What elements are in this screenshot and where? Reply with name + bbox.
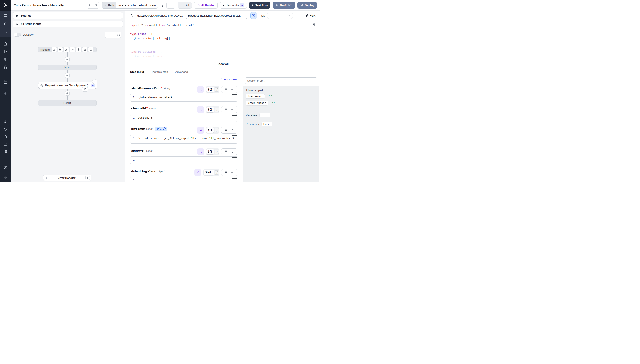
- approval-phone-icon[interactable]: [82, 87, 88, 92]
- zoom-in-button[interactable]: [105, 32, 110, 38]
- scheduled-poll-icon[interactable]: [88, 47, 93, 52]
- path-input[interactable]: [116, 2, 158, 8]
- favorites-star-icon[interactable]: [4, 21, 7, 25]
- add-item-icon[interactable]: [4, 92, 7, 95]
- tab-advanced[interactable]: Advanced: [173, 68, 190, 75]
- webhook-icon[interactable]: [52, 47, 56, 52]
- function-mode-button[interactable]: ƒ: [214, 170, 219, 174]
- windmill-logo-icon[interactable]: [0, 0, 10, 10]
- ai-robot-icon[interactable]: [4, 135, 7, 138]
- resources-chip[interactable]: {...}: [262, 122, 272, 126]
- draft-button[interactable]: Draft ⌘S: [272, 2, 295, 9]
- plug-icon[interactable]: [224, 88, 228, 91]
- add-error-handler-icon[interactable]: [85, 176, 90, 180]
- variables-icon[interactable]: [4, 57, 7, 61]
- help-icon[interactable]: [4, 166, 7, 169]
- function-mode-button[interactable]: ƒ: [214, 108, 219, 112]
- zoom-out-button[interactable]: [110, 32, 116, 38]
- tag-select[interactable]: [267, 12, 293, 19]
- editor-channelId[interactable]: 1 customers: [130, 114, 238, 122]
- function-mode-button[interactable]: ƒ: [214, 128, 219, 132]
- function-mode-button[interactable]: ƒ: [214, 88, 219, 92]
- kafka-icon[interactable]: [76, 47, 81, 52]
- expr-mode-button[interactable]: ${}: [206, 107, 214, 112]
- copy-code-icon[interactable]: [312, 23, 315, 26]
- editor-defaultArgsJson[interactable]: 1: [130, 177, 238, 182]
- ai-fill-button[interactable]: [197, 86, 204, 93]
- scrollbar-thumb[interactable]: [232, 178, 237, 178]
- plug-icon[interactable]: [224, 129, 228, 132]
- arrow-right-icon[interactable]: [231, 129, 234, 132]
- arrow-right-icon[interactable]: [231, 108, 234, 111]
- scrollbar-thumb[interactable]: [232, 94, 237, 96]
- function-mode-button[interactable]: ƒ: [214, 150, 219, 154]
- search-prop-input[interactable]: [245, 78, 318, 84]
- plug-icon[interactable]: [224, 150, 228, 153]
- dataflow-toggle[interactable]: [14, 32, 21, 36]
- test-flow-button[interactable]: Test flow: [249, 2, 270, 9]
- editor-slackResourcePath[interactable]: 1 u/alex/humorous_slack: [130, 94, 238, 102]
- all-static-inputs-button[interactable]: All Static Inputs: [13, 21, 123, 27]
- more-menu-icon[interactable]: [161, 4, 164, 7]
- ai-fill-button[interactable]: [197, 148, 204, 155]
- scrollbar-thumb[interactable]: [232, 157, 237, 158]
- expr-mode-button[interactable]: ${}: [206, 87, 214, 92]
- plug-icon[interactable]: [224, 171, 228, 174]
- http-route-icon[interactable]: [64, 47, 69, 52]
- email-icon[interactable]: [82, 47, 87, 52]
- fit-view-button[interactable]: [116, 32, 121, 38]
- fill-inputs-button[interactable]: Fill inputs: [220, 78, 238, 81]
- scrollbar-thumb[interactable]: [232, 135, 237, 136]
- deploy-button[interactable]: Deploy: [297, 2, 317, 9]
- result-node[interactable]: Result: [38, 100, 96, 106]
- hub-script-path[interactable]: hub/11500/slack/request_interactive...: [136, 14, 184, 17]
- fork-button[interactable]: Fork: [305, 14, 315, 17]
- error-handler-node[interactable]: Error Handler: [43, 175, 92, 181]
- redo-button[interactable]: [93, 2, 99, 8]
- arrow-right-icon[interactable]: [231, 150, 234, 153]
- path-label[interactable]: Path: [102, 2, 116, 8]
- search-icon[interactable]: [4, 29, 7, 33]
- scrollbar-thumb[interactable]: [232, 115, 237, 116]
- selected-step-node[interactable]: Request Interactive Slack Approval (... …: [38, 82, 97, 89]
- tab-step-input[interactable]: Step Input: [128, 68, 146, 75]
- docs-button[interactable]: [166, 2, 176, 9]
- arrow-right-icon[interactable]: [231, 88, 234, 91]
- resources-icon[interactable]: [4, 65, 7, 69]
- expand-sidebar-icon[interactable]: [4, 176, 7, 180]
- workspace-switcher-icon[interactable]: [4, 14, 7, 17]
- prop-key-chip[interactable]: User email: [246, 94, 265, 98]
- editor-message[interactable]: 1 Refund request by _${flow_input["User …: [130, 135, 238, 144]
- show-all-button[interactable]: Show all: [216, 62, 228, 66]
- flow-settings-button[interactable]: Settings: [13, 12, 123, 19]
- user-icon[interactable]: [4, 120, 7, 124]
- code-preview[interactable]: import * as wmill from "windmill-client"…: [125, 20, 320, 68]
- expr-mode-button[interactable]: ${}: [206, 149, 214, 154]
- ai-fill-button[interactable]: [194, 169, 201, 176]
- websocket-icon[interactable]: [70, 47, 75, 52]
- remove-step-icon[interactable]: [92, 79, 97, 84]
- ai-fill-button[interactable]: [197, 106, 204, 113]
- ai-builder-button[interactable]: AI Builder: [194, 2, 218, 9]
- tab-test-this-step[interactable]: Test this step: [149, 68, 170, 75]
- add-step-button[interactable]: [65, 57, 70, 62]
- plug-icon[interactable]: [224, 108, 228, 111]
- test-up-to-button[interactable]: Test up to a: [220, 2, 247, 9]
- diff-button[interactable]: Diff: [178, 2, 192, 9]
- expr-mode-button[interactable]: ${}: [206, 128, 214, 133]
- folders-icon[interactable]: [4, 142, 7, 146]
- add-step-button[interactable]: [65, 73, 70, 78]
- schedule-icon[interactable]: [58, 47, 63, 52]
- edit-title-icon[interactable]: [65, 4, 68, 7]
- approval-step-toggle[interactable]: [250, 12, 257, 19]
- step-name-input[interactable]: [186, 12, 248, 19]
- schedules-icon[interactable]: [4, 80, 7, 84]
- audit-logs-icon[interactable]: [4, 150, 7, 154]
- ai-fill-button[interactable]: [197, 127, 204, 134]
- settings-gear-icon[interactable]: [4, 128, 7, 131]
- prop-key-chip[interactable]: Order number: [246, 101, 268, 106]
- static-mode-button[interactable]: Static: [204, 170, 214, 175]
- undo-button[interactable]: [87, 2, 93, 8]
- arrow-right-icon[interactable]: [231, 171, 234, 174]
- input-node[interactable]: Input: [38, 64, 96, 70]
